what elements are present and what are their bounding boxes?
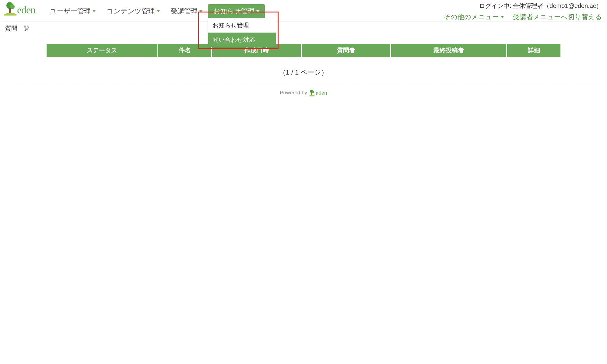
- svg-rect-2: [9, 8, 11, 13]
- th-asker: 質問者: [302, 44, 390, 57]
- svg-rect-5: [311, 93, 312, 95]
- header: eden ユーザー管理 コンテンツ管理 受講管理 お知らせ管理 お知らせ管理 問…: [0, 0, 607, 22]
- switch-to-learner-link[interactable]: 受講者メニューへ切り替える: [513, 12, 602, 22]
- powered-by-label: Powered by: [280, 90, 307, 96]
- chevron-down-icon: [157, 10, 160, 12]
- nav-attendance-management[interactable]: 受講管理: [165, 4, 208, 18]
- chevron-down-icon: [501, 16, 504, 18]
- nav-content-management[interactable]: コンテンツ管理: [101, 4, 165, 18]
- footer: Powered by eden: [0, 87, 607, 103]
- tree-icon: [4, 2, 16, 16]
- dropdown-item-label: お知らせ管理: [212, 22, 249, 29]
- tree-icon: [309, 89, 315, 96]
- logo[interactable]: eden: [3, 0, 38, 16]
- chevron-down-icon: [199, 10, 202, 12]
- nav-notice-management[interactable]: お知らせ管理 お知らせ管理 問い合わせ対応: [208, 4, 265, 18]
- login-status: ログイン中: 全体管理者（demo1@eden.ac）: [479, 2, 602, 10]
- th-detail: 詳細: [507, 44, 560, 57]
- nav-user-management[interactable]: ユーザー管理: [44, 4, 101, 18]
- main-nav: ユーザー管理 コンテンツ管理 受講管理 お知らせ管理 お知らせ管理 問い合わせ対…: [44, 4, 265, 18]
- footer-divider: [3, 84, 604, 84]
- dropdown-item-inquiry-handling[interactable]: 問い合わせ対応: [208, 33, 276, 47]
- nav-label: コンテンツ管理: [107, 7, 155, 16]
- dropdown-item-label: 問い合わせ対応: [212, 36, 255, 43]
- th-last-poster: 最終投稿者: [391, 44, 506, 57]
- chevron-down-icon: [256, 10, 259, 12]
- table-header-row: ステータス 件名 作成日時 質問者 最終投稿者 詳細: [47, 44, 560, 57]
- footer-brand-text: eden: [316, 89, 327, 96]
- logo-text: eden: [17, 4, 35, 16]
- header-right: ログイン中: 全体管理者（demo1@eden.ac） その他のメニュー 受講者…: [444, 0, 604, 22]
- content-area: ステータス 件名 作成日時 質問者 最終投稿者 詳細 （1 / 1 ページ）: [0, 35, 607, 77]
- nav-other-menu[interactable]: その他のメニュー: [444, 12, 504, 22]
- th-status: ステータス: [47, 44, 157, 57]
- page-title: 質問一覧: [2, 22, 605, 35]
- questions-table: ステータス 件名 作成日時 質問者 最終投稿者 詳細: [46, 44, 561, 57]
- header-right-links: その他のメニュー 受講者メニューへ切り替える: [444, 12, 602, 22]
- nav-label: ユーザー管理: [50, 7, 91, 16]
- dropdown-item-notice-management[interactable]: お知らせ管理: [208, 18, 276, 33]
- chevron-down-icon: [93, 10, 96, 12]
- dropdown-menu: お知らせ管理 問い合わせ対応: [208, 18, 276, 47]
- nav-label: その他のメニュー: [444, 12, 499, 22]
- link-label: 受講者メニューへ切り替える: [513, 12, 602, 22]
- nav-label: 受講管理: [171, 7, 198, 16]
- pagination: （1 / 1 ページ）: [46, 68, 561, 77]
- footer-logo: eden: [309, 89, 327, 96]
- th-subject: 件名: [158, 44, 212, 57]
- nav-label: お知らせ管理: [213, 7, 254, 16]
